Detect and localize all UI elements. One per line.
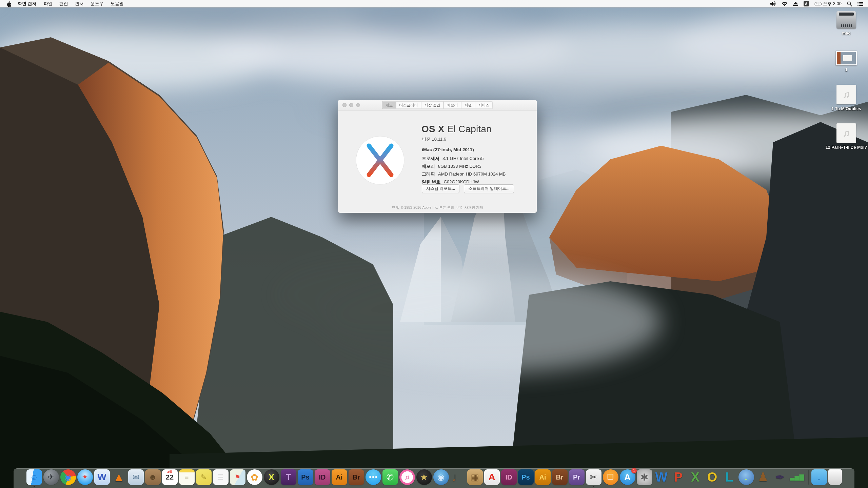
dock-reminders-icon[interactable]: ☰: [213, 469, 229, 485]
spec-list: 프로세서3.1 GHz Intel Core i5메모리8GB 1333 MHz…: [422, 155, 506, 186]
dock-pages-icon[interactable]: ✒: [772, 469, 788, 485]
desktop-icon-screenshot-file-1[interactable]: 1: [825, 51, 867, 73]
screenshot-thumbnail-icon: [836, 51, 857, 65]
eject-icon[interactable]: [793, 2, 798, 6]
dock-itunes-icon[interactable]: ♫: [399, 469, 415, 485]
dock-illustrator-cs6-icon[interactable]: Ai: [535, 469, 551, 485]
desktop-icon-hard-drive-mac[interactable]: mac: [825, 11, 867, 36]
dock-grab-screen-capture-icon[interactable]: ✂: [586, 469, 601, 485]
tab-디스플레이[interactable]: 디스플레이: [396, 102, 421, 109]
dock-acrobat-reader-icon[interactable]: A: [484, 469, 500, 485]
dock-photo-board-icon[interactable]: ▦: [467, 469, 483, 485]
dock-bridge-cs6-icon[interactable]: Br: [552, 469, 568, 485]
desktop-icon-audio-file-parle-t-il[interactable]: ♫12 Parle-T-Il De Moi?: [825, 123, 867, 150]
dock-toast-titanium-icon[interactable]: T: [281, 469, 296, 485]
os-version: 버전 10.11.6: [422, 136, 446, 142]
dock-app-store-icon[interactable]: A1: [620, 469, 635, 485]
dock-bridge-cs5-icon[interactable]: Br: [349, 469, 364, 485]
dock-messages-icon[interactable]: ⋯: [366, 469, 381, 485]
about-this-mac-window: 개요디스플레이저장 공간메모리지원서비스 OS X El Capitan 버전 …: [338, 100, 537, 213]
software-update-button[interactable]: 소프트웨어 업데이트...: [464, 184, 514, 193]
calendar-month-label: 2월: [162, 470, 178, 473]
desktop-icon-audio-file-tu-moublies[interactable]: ♫1 Tu M'Oublies: [825, 85, 867, 111]
tab-저장 공간[interactable]: 저장 공간: [421, 102, 443, 109]
dock-ibooks-icon[interactable]: ❐: [603, 469, 618, 485]
spec-value: AMD Radeon HD 6970M 1024 MB: [438, 171, 506, 177]
tab-개요[interactable]: 개요: [382, 102, 396, 109]
dock-chrome-icon[interactable]: ◉: [60, 469, 76, 485]
dock-outlook-2011-icon[interactable]: O: [705, 469, 720, 485]
spec-label: 일련 번호: [422, 179, 441, 184]
dock-quarkxpress-icon[interactable]: X: [264, 469, 279, 485]
desktop-icon-label: 1: [845, 67, 848, 73]
desktop-icon-label: 1 Tu M'Oublies: [831, 106, 861, 111]
dock-launchpad-icon[interactable]: ✈: [43, 469, 59, 485]
menu-clock[interactable]: (토) 오후 3:00: [814, 1, 842, 7]
system-report-button[interactable]: 시스템 리포트...: [422, 184, 459, 193]
window-titlebar[interactable]: 개요디스플레이저장 공간메모리지원서비스: [338, 100, 537, 110]
spec-row: 그래픽AMD Radeon HD 6970M 1024 MB: [422, 170, 506, 178]
menu-item-edit[interactable]: 편집: [56, 1, 72, 6]
dock-numbers-icon[interactable]: ▃▅▇: [789, 469, 805, 485]
dock-finder-icon[interactable]: ☺: [26, 469, 42, 485]
menu-status-area: A (토) 오후 3:00: [770, 1, 868, 7]
dock-vlc-icon[interactable]: ▲: [111, 469, 127, 485]
audio-file-icon: ♫: [836, 123, 856, 143]
wallpaper-el-capitan: [0, 0, 868, 488]
menu-item-window[interactable]: 윈도우: [87, 1, 107, 6]
menu-item-file[interactable]: 파일: [40, 1, 56, 6]
dock-dvd-player-icon[interactable]: ◉: [433, 469, 449, 485]
tab-서비스[interactable]: 서비스: [475, 102, 493, 109]
dock-photoshop-cs6-icon[interactable]: Ps: [518, 469, 534, 485]
spec-label: 그래픽: [422, 171, 435, 177]
spec-row: 메모리8GB 1333 MHz DDR3: [422, 162, 506, 170]
os-title-bold: OS X: [421, 124, 445, 134]
dock-downloads-folder-icon[interactable]: ↓: [811, 469, 827, 485]
minimize-button[interactable]: [349, 103, 353, 107]
dock-calendar-icon[interactable]: 222월: [162, 469, 178, 485]
dock-system-preferences-icon[interactable]: ✱: [637, 469, 652, 485]
dock-keynote-icon[interactable]: ♟: [755, 469, 771, 485]
tab-지원[interactable]: 지원: [461, 102, 475, 109]
apple-menu-icon[interactable]: [6, 1, 11, 7]
dock-mail-icon[interactable]: ✉: [128, 469, 144, 485]
notification-center-icon[interactable]: [857, 2, 863, 6]
dock-downloader-icon[interactable]: ↓: [738, 469, 754, 485]
os-title: OS X El Capitan: [421, 124, 492, 135]
dock-safari-icon[interactable]: ✦: [77, 469, 93, 485]
dock-lync-2011-icon[interactable]: L: [722, 469, 737, 485]
dock-illustrator-cs5-icon[interactable]: Ai: [332, 469, 347, 485]
dock: ☺✈◉✦W▲✉☻222월≡✎☰⚑✿XTPsIDAiBr⋯✆♫★◉♩▦AIDPsA…: [14, 468, 854, 488]
dock-trash-icon[interactable]: [828, 469, 842, 485]
zoom-button[interactable]: [356, 103, 360, 107]
dock-powerpoint-2011-icon[interactable]: P: [671, 469, 686, 485]
tab-메모리[interactable]: 메모리: [444, 102, 461, 109]
dock-facetime-icon[interactable]: ✆: [382, 469, 398, 485]
dock-photos-icon[interactable]: ✿: [247, 469, 262, 485]
menu-item-help[interactable]: 도움말: [107, 1, 127, 6]
input-source-badge[interactable]: A: [804, 1, 809, 6]
menu-item-app[interactable]: 화면 캡처: [14, 1, 40, 6]
close-button[interactable]: [342, 103, 347, 107]
dock-indesign-cs5-icon[interactable]: ID: [315, 469, 330, 485]
dock-word-2011-icon[interactable]: W: [654, 469, 669, 485]
dock-iweb-icon[interactable]: W: [94, 469, 110, 485]
dock-premiere-cs6-icon[interactable]: Pr: [569, 469, 585, 485]
dock-notes-icon[interactable]: ≡: [179, 469, 195, 485]
dock-stickies-icon[interactable]: ✎: [196, 469, 212, 485]
menu-item-capture[interactable]: 캡처: [72, 1, 87, 6]
running-indicator-dot: [593, 486, 594, 487]
spec-row: 프로세서3.1 GHz Intel Core i5: [422, 155, 506, 162]
menu-bar: 화면 캡처파일편집캡처윈도우도움말: [0, 0, 868, 7]
dock-indesign-cs6-icon[interactable]: ID: [501, 469, 517, 485]
volume-icon[interactable]: [770, 1, 776, 6]
dock-garageband-icon[interactable]: ♩: [450, 469, 466, 485]
dock-contacts-icon[interactable]: ☻: [145, 469, 161, 485]
dock-imovie-icon[interactable]: ★: [416, 469, 432, 485]
wifi-icon[interactable]: [782, 2, 788, 6]
dock-separator: [808, 470, 808, 485]
spotlight-icon[interactable]: [847, 1, 852, 6]
dock-photoshop-cs5-icon[interactable]: Ps: [298, 469, 313, 485]
dock-maps-icon[interactable]: ⚑: [230, 469, 245, 485]
dock-excel-2011-icon[interactable]: X: [688, 469, 703, 485]
